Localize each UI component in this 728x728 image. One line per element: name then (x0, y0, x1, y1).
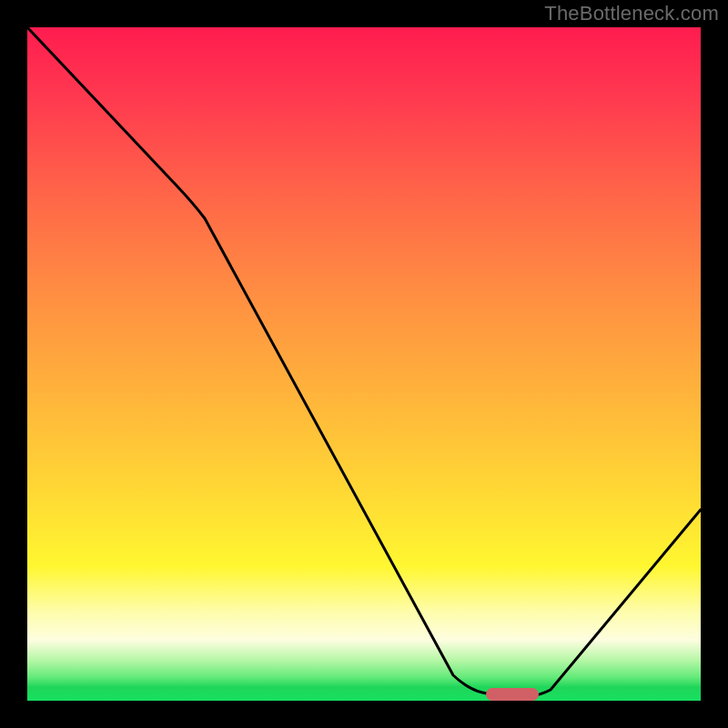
plot-area (27, 27, 701, 701)
watermark-text: TheBottleneck.com (544, 2, 719, 25)
optimal-marker (486, 688, 539, 701)
curve-path (27, 27, 701, 697)
chart-frame: TheBottleneck.com (0, 0, 728, 728)
bottleneck-curve (27, 27, 701, 701)
